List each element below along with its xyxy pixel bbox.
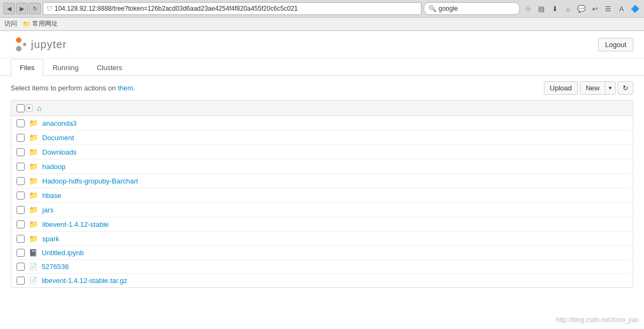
jupyter-logo: jupyter xyxy=(11,36,67,52)
file-link-anaconda3[interactable]: anaconda3 xyxy=(42,119,76,127)
them-link[interactable]: them. xyxy=(118,84,135,92)
folder-icon: 📁 xyxy=(29,162,38,171)
translate-button[interactable]: A xyxy=(616,3,627,14)
search-value: google xyxy=(439,5,458,12)
tab-running[interactable]: Running xyxy=(43,59,87,76)
new-button-group: New ▾ xyxy=(580,81,616,95)
new-button-main[interactable]: New xyxy=(580,82,605,94)
jupyter-logo-text: jupyter xyxy=(31,39,67,51)
back-button[interactable]: ◀ xyxy=(3,3,15,14)
tab-files[interactable]: Files xyxy=(11,59,43,76)
file-row: 📁 hbase xyxy=(11,188,633,203)
file-row: 📁 jars xyxy=(11,203,633,217)
tabs-bar: Files Running Clusters xyxy=(0,58,644,76)
file-row: 📓 Untitled.ipynb xyxy=(11,246,633,260)
home-browser-button[interactable]: ⌂ xyxy=(562,3,574,14)
reader-button[interactable]: ▤ xyxy=(535,3,547,14)
file-row: 📁 anaconda3 xyxy=(11,116,633,131)
svg-point-2 xyxy=(23,43,26,46)
file-checkbox-jars[interactable] xyxy=(17,206,25,214)
file-checkbox-spark[interactable] xyxy=(17,235,25,243)
file-checkbox-downloads[interactable] xyxy=(17,148,25,156)
file-link-jars[interactable]: jars xyxy=(42,206,53,214)
action-buttons: Upload New ▾ ↻ xyxy=(544,81,633,95)
file-row: 📁 Downloads xyxy=(11,145,633,159)
file-link-untitled[interactable]: Untitled.ipynb xyxy=(42,249,84,257)
file-row: 📄 5276536 xyxy=(11,260,633,274)
file-checkbox-document[interactable] xyxy=(17,134,25,142)
notebook-icon: 📓 xyxy=(29,249,37,257)
file-link-hadoop-hdfs[interactable]: Hadoop-hdfs-gropuby-Barchart xyxy=(42,177,138,185)
menu-button[interactable]: ☰ xyxy=(602,3,614,14)
download-button[interactable]: ⬇ xyxy=(549,3,561,14)
file-link-document[interactable]: Document xyxy=(42,134,74,142)
file-checkbox-hadoop[interactable] xyxy=(17,163,25,171)
file-row: 📁 hadoop xyxy=(11,159,633,174)
star-button[interactable]: ☆ xyxy=(522,3,534,14)
file-row: 📄 libevent-1.4.12-stable.tar.gz xyxy=(11,274,633,287)
logout-button[interactable]: Logout xyxy=(598,38,633,51)
file-link-libevent[interactable]: libevent-1.4.12-stable xyxy=(42,220,109,228)
folder-icon: 📁 xyxy=(29,205,38,214)
folder-icon: 📁 xyxy=(29,177,38,185)
search-bar[interactable]: 🔍 google xyxy=(424,2,520,15)
file-link-downloads[interactable]: Downloads xyxy=(42,148,76,156)
address-bar[interactable]: 🛡 104.128.92.12:8888/tree?token=126b2acd… xyxy=(43,2,421,15)
file-browser: Select items to perform actions on them.… xyxy=(0,76,644,293)
page-content: jupyter Logout Files Running Clusters Se… xyxy=(0,31,644,293)
file-link-5276536[interactable]: 5276536 xyxy=(42,263,69,271)
tab-clusters[interactable]: Clusters xyxy=(88,59,132,76)
folder-icon: 📁 xyxy=(29,191,38,200)
file-link-spark[interactable]: spark xyxy=(42,235,59,243)
file-link-hadoop[interactable]: hadoop xyxy=(42,163,65,171)
file-checkbox-5276536[interactable] xyxy=(17,263,25,271)
folder-bookmark-icon: 📁 xyxy=(22,20,30,28)
file-icon: 📄 xyxy=(29,263,37,271)
extension-button[interactable]: 🔷 xyxy=(629,3,641,14)
actions-bar: Select items to perform actions on them.… xyxy=(11,81,633,95)
folder-icon: 📁 xyxy=(29,234,38,243)
new-button-dropdown[interactable]: ▾ xyxy=(605,82,615,94)
select-text: Select items to perform actions on them. xyxy=(11,84,135,92)
folder-icon: 📁 xyxy=(29,133,38,142)
browser-action-buttons: ☆ ▤ ⬇ ⌂ 💬 ↩ ☰ A 🔷 xyxy=(522,3,641,14)
bookmark-common[interactable]: 📁 常用网址 xyxy=(22,19,58,28)
forward-button[interactable]: ▶ xyxy=(16,3,28,14)
file-checkbox-libevent-tar[interactable] xyxy=(17,277,25,285)
header-dropdown-button[interactable]: ▾ xyxy=(26,104,33,112)
svg-point-0 xyxy=(16,37,21,43)
file-icon: 📄 xyxy=(29,277,37,285)
header-checkbox-group: ▾ xyxy=(17,104,33,112)
chat-button[interactable]: 💬 xyxy=(576,3,587,14)
search-icon: 🔍 xyxy=(428,5,436,12)
jupyter-header: jupyter Logout xyxy=(0,31,644,58)
bookmarks-bar: 访问 📁 常用网址 xyxy=(0,18,644,30)
browser-toolbar: ◀ ▶ ↻ 🛡 104.128.92.12:8888/tree?token=12… xyxy=(0,0,644,18)
history-back-button[interactable]: ↩ xyxy=(589,3,601,14)
upload-button[interactable]: Upload xyxy=(544,81,578,95)
file-row: 📁 libevent-1.4.12-stable xyxy=(11,217,633,232)
url-text: 104.128.92.12:8888/tree?token=126b2acd03… xyxy=(55,5,298,12)
file-link-libevent-tar[interactable]: libevent-1.4.12-stable.tar.gz xyxy=(42,277,127,285)
svg-point-1 xyxy=(16,46,21,51)
select-all-checkbox[interactable] xyxy=(17,104,25,112)
file-row: 📁 Document xyxy=(11,131,633,145)
jupyter-logo-svg xyxy=(11,36,27,52)
nav-buttons: ◀ ▶ ↻ xyxy=(3,3,41,14)
reload-button[interactable]: ↻ xyxy=(29,3,41,14)
refresh-button[interactable]: ↻ xyxy=(618,81,633,95)
bookmark-visit[interactable]: 访问 xyxy=(4,19,17,28)
folder-icon: 📁 xyxy=(29,119,38,127)
file-row: 📁 Hadoop-hdfs-gropuby-Barchart xyxy=(11,174,633,188)
browser-chrome: ◀ ▶ ↻ 🛡 104.128.92.12:8888/tree?token=12… xyxy=(0,0,644,31)
home-icon[interactable]: ⌂ xyxy=(37,104,41,112)
file-table: ▾ ⌂ 📁 anaconda3 📁 Document 📁 Downloads xyxy=(11,100,633,288)
file-table-header: ▾ ⌂ xyxy=(11,101,633,116)
file-checkbox-anaconda3[interactable] xyxy=(17,119,25,127)
file-checkbox-untitled[interactable] xyxy=(17,249,25,257)
file-checkbox-hadoop-hdfs[interactable] xyxy=(17,177,25,185)
file-checkbox-hbase[interactable] xyxy=(17,192,25,200)
file-link-hbase[interactable]: hbase xyxy=(42,192,61,200)
file-row: 📁 spark xyxy=(11,232,633,246)
file-checkbox-libevent[interactable] xyxy=(17,220,25,228)
